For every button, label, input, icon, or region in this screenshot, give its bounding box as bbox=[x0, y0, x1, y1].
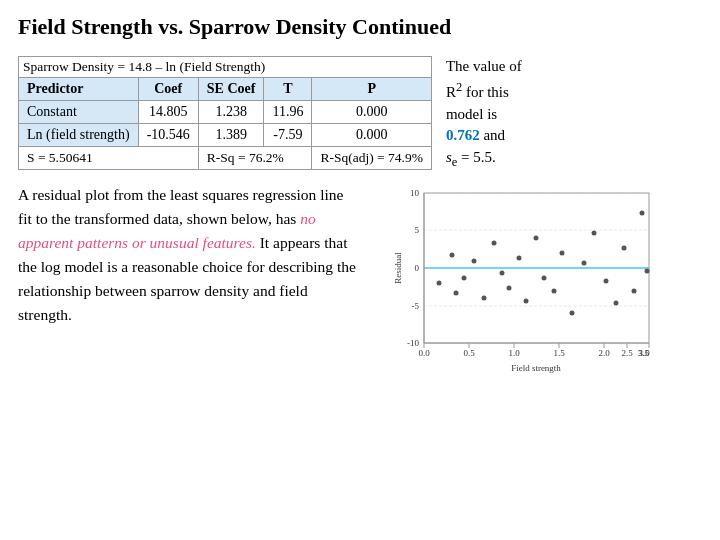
svg-point-46 bbox=[622, 246, 627, 251]
svg-text:0: 0 bbox=[415, 263, 420, 273]
col-header-se-coef: SE Coef bbox=[198, 78, 264, 101]
svg-text:0.5: 0.5 bbox=[463, 348, 475, 358]
svg-point-27 bbox=[450, 253, 455, 258]
svg-text:Residual: Residual bbox=[393, 252, 403, 284]
svg-text:-10: -10 bbox=[407, 338, 419, 348]
side-text-r: R bbox=[446, 84, 456, 100]
svg-point-32 bbox=[492, 241, 497, 246]
svg-point-31 bbox=[482, 296, 487, 301]
cell-constant-se: 1.238 bbox=[198, 101, 264, 124]
cell-constant-name: Constant bbox=[19, 101, 139, 124]
svg-text:1.0: 1.0 bbox=[508, 348, 520, 358]
body-normal1: A residual plot from the least squares r… bbox=[18, 186, 343, 227]
svg-point-41 bbox=[570, 311, 575, 316]
svg-point-34 bbox=[507, 286, 512, 291]
cell-ln-name: Ln (field strength) bbox=[19, 124, 139, 147]
residual-chart-svg: 10 5 0 -5 -10 0.0 0.5 1.0 1.5 2.0 2.5 3.… bbox=[384, 183, 664, 373]
svg-point-35 bbox=[517, 256, 522, 261]
table-footer-row: S = 5.50641 R-Sq = 76.2% R-Sq(adj) = 74.… bbox=[19, 147, 432, 170]
svg-text:-5: -5 bbox=[412, 301, 420, 311]
svg-text:0.0: 0.0 bbox=[418, 348, 430, 358]
side-text-and: and bbox=[480, 127, 505, 143]
svg-point-33 bbox=[500, 271, 505, 276]
side-text-line1: The value of bbox=[446, 58, 522, 74]
table-caption: Sparrow Density = 14.8 – ln (Field Stren… bbox=[18, 56, 432, 77]
cell-ln-se: 1.389 bbox=[198, 124, 264, 147]
svg-point-49 bbox=[645, 269, 650, 274]
side-text-model-is: model is bbox=[446, 106, 497, 122]
svg-point-26 bbox=[437, 281, 442, 286]
svg-point-30 bbox=[472, 259, 477, 264]
side-text-se: se = 5.5. bbox=[446, 149, 496, 165]
cell-ln-coef: -10.546 bbox=[138, 124, 198, 147]
svg-point-36 bbox=[524, 299, 529, 304]
page: Field Strength vs. Sparrow Density Conti… bbox=[0, 0, 720, 540]
table-row: Constant 14.805 1.238 11.96 0.000 bbox=[19, 101, 432, 124]
svg-point-47 bbox=[632, 289, 637, 294]
cell-ln-t: -7.59 bbox=[264, 124, 312, 147]
side-annotation: The value of R2 for this model is 0.762 … bbox=[446, 56, 702, 171]
svg-point-43 bbox=[592, 231, 597, 236]
col-header-t: T bbox=[264, 78, 312, 101]
residual-plot: 10 5 0 -5 -10 0.0 0.5 1.0 1.5 2.0 2.5 3.… bbox=[384, 183, 664, 373]
svg-text:2.0: 2.0 bbox=[598, 348, 610, 358]
svg-point-40 bbox=[560, 251, 565, 256]
svg-text:1.5: 1.5 bbox=[553, 348, 565, 358]
bottom-section: A residual plot from the least squares r… bbox=[18, 183, 702, 373]
svg-point-42 bbox=[582, 261, 587, 266]
top-section: Sparrow Density = 14.8 – ln (Field Stren… bbox=[18, 56, 702, 171]
side-text-for-this: for this bbox=[462, 84, 509, 100]
regression-table-container: Sparrow Density = 14.8 – ln (Field Stren… bbox=[18, 56, 432, 170]
cell-constant-p: 0.000 bbox=[312, 101, 431, 124]
svg-text:5: 5 bbox=[415, 225, 420, 235]
regression-table: Sparrow Density = 14.8 – ln (Field Stren… bbox=[18, 56, 432, 170]
side-text-value: 0.762 bbox=[446, 127, 480, 143]
svg-point-39 bbox=[552, 289, 557, 294]
svg-point-48 bbox=[640, 211, 645, 216]
cell-rsq: R-Sq = 76.2% bbox=[198, 147, 312, 170]
svg-point-45 bbox=[614, 301, 619, 306]
svg-text:Field strength: Field strength bbox=[511, 363, 561, 373]
svg-point-37 bbox=[534, 236, 539, 241]
svg-point-28 bbox=[454, 291, 459, 296]
svg-text:3.5: 3.5 bbox=[638, 348, 650, 358]
cell-rsq-adj: R-Sq(adj) = 74.9% bbox=[312, 147, 431, 170]
table-row: Ln (field strength) -10.546 1.389 -7.59 … bbox=[19, 124, 432, 147]
cell-ln-p: 0.000 bbox=[312, 124, 431, 147]
col-header-coef: Coef bbox=[138, 78, 198, 101]
page-title: Field Strength vs. Sparrow Density Conti… bbox=[18, 14, 702, 40]
cell-constant-t: 11.96 bbox=[264, 101, 312, 124]
body-text: A residual plot from the least squares r… bbox=[18, 183, 358, 327]
svg-text:10: 10 bbox=[410, 188, 420, 198]
cell-constant-coef: 14.805 bbox=[138, 101, 198, 124]
svg-point-29 bbox=[462, 276, 467, 281]
svg-text:2.5: 2.5 bbox=[621, 348, 633, 358]
svg-point-44 bbox=[604, 279, 609, 284]
col-header-p: P bbox=[312, 78, 431, 101]
svg-point-38 bbox=[542, 276, 547, 281]
cell-s-value: S = 5.50641 bbox=[19, 147, 199, 170]
col-header-predictor: Predictor bbox=[19, 78, 139, 101]
